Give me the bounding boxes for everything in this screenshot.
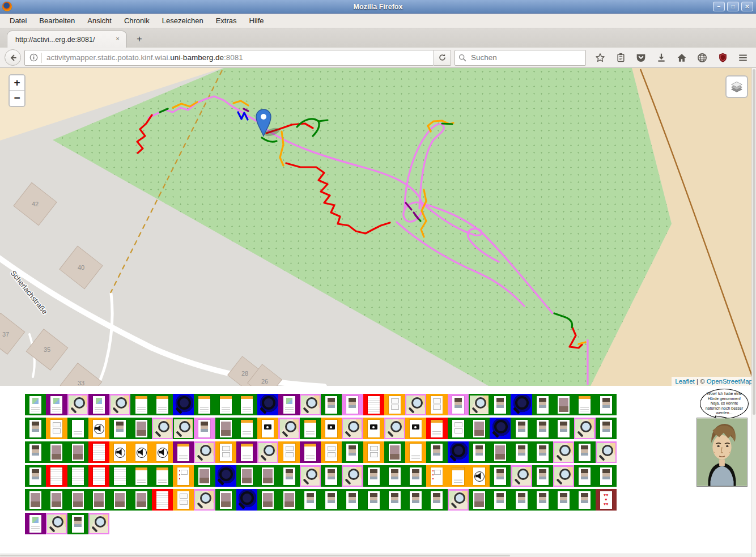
activity-tile-portrait-photo[interactable] xyxy=(363,465,384,487)
activity-tile-page-orange-header[interactable] xyxy=(194,394,215,415)
activity-tile-speaker[interactable] xyxy=(469,465,490,487)
activity-tile-dark-magnifier[interactable] xyxy=(511,394,532,415)
activity-tile-dark-magnifier[interactable] xyxy=(173,394,194,415)
activity-tile-map-magnifier[interactable] xyxy=(67,394,88,415)
activity-tile-speaker[interactable] xyxy=(152,441,173,463)
activity-tile-page-text[interactable] xyxy=(109,465,130,487)
activity-tile-room-photo[interactable] xyxy=(469,418,490,439)
activity-tile-page-orange-header[interactable] xyxy=(152,465,173,487)
activity-tile-speaker[interactable] xyxy=(88,418,109,439)
activity-tile-room-photo[interactable] xyxy=(215,418,236,439)
menu-lesezeichen[interactable]: Lesezeichen xyxy=(156,14,210,27)
activity-tile-map-magnifier[interactable] xyxy=(384,418,405,439)
activity-tile-room-photo[interactable] xyxy=(257,465,278,487)
download-icon[interactable] xyxy=(655,52,668,64)
activity-tile-portrait-photo[interactable] xyxy=(25,418,46,439)
activity-tile-map-magnifier[interactable] xyxy=(342,465,363,487)
activity-tile-portrait-photo[interactable] xyxy=(596,394,617,415)
activity-tile-room-photo[interactable] xyxy=(67,441,88,463)
activity-tile-portrait-photo[interactable] xyxy=(490,465,511,487)
activity-tile-portrait-photo[interactable] xyxy=(342,394,363,415)
activity-tile-dark-magnifier[interactable] xyxy=(215,465,236,487)
activity-tile-map-magnifier[interactable] xyxy=(152,418,173,439)
activity-tile-portrait-photo[interactable] xyxy=(511,418,532,439)
activity-tile-portrait-photo[interactable] xyxy=(532,418,553,439)
activity-tile-page-orange-header[interactable] xyxy=(448,465,469,487)
activity-tile-camera[interactable] xyxy=(363,418,384,439)
home-icon[interactable] xyxy=(676,52,688,64)
activity-tile-page-orange-header[interactable] xyxy=(130,465,151,487)
activity-tile-page-text[interactable] xyxy=(88,465,109,487)
activity-tile-page-form[interactable] xyxy=(215,441,236,463)
reload-button[interactable] xyxy=(434,50,451,66)
activity-tile-map-magnifier[interactable] xyxy=(405,394,426,415)
activity-tile-page-map[interactable] xyxy=(25,513,46,534)
activity-tile-portrait-photo[interactable] xyxy=(321,489,342,511)
activity-tile-room-photo[interactable] xyxy=(67,489,88,511)
activity-tile-portrait-photo[interactable] xyxy=(321,465,342,487)
activity-tile-page-blank[interactable] xyxy=(67,418,88,439)
activity-tile-page-form[interactable] xyxy=(384,394,405,415)
activity-tile-page-orange-header[interactable] xyxy=(173,441,194,463)
menu-datei[interactable]: Datei xyxy=(3,14,33,27)
activity-tile-portrait-photo[interactable] xyxy=(532,441,553,463)
search-bar[interactable] xyxy=(455,50,586,66)
activity-tile-page-checklist[interactable] xyxy=(426,465,447,487)
activity-tile-room-photo[interactable] xyxy=(46,441,67,463)
menu-bearbeiten[interactable]: Bearbeiten xyxy=(33,14,81,27)
zoom-out-button[interactable]: − xyxy=(10,91,24,106)
activity-tile-room-photo[interactable] xyxy=(130,489,151,511)
activity-tile-speaker[interactable] xyxy=(109,441,130,463)
active-tab[interactable]: http://activi...erg.de:8081/ × xyxy=(7,31,127,48)
activity-tile-page-text[interactable] xyxy=(67,465,88,487)
activity-tile-room-photo[interactable] xyxy=(236,465,257,487)
info-icon[interactable] xyxy=(29,53,38,62)
activity-tile-portrait-photo[interactable] xyxy=(553,418,574,439)
activity-tile-map-magnifier[interactable] xyxy=(173,418,194,439)
activity-tile-page-form[interactable] xyxy=(46,418,67,439)
activity-tile-portrait-photo[interactable] xyxy=(342,489,363,511)
activity-tile-page-map[interactable] xyxy=(278,394,299,415)
activity-tile-page-orange-header[interactable] xyxy=(215,394,236,415)
activity-tile-page-text[interactable] xyxy=(363,394,384,415)
activity-tile-page-form[interactable] xyxy=(278,441,299,463)
activity-tile-portrait-photo[interactable] xyxy=(405,465,426,487)
activity-tile-room-photo[interactable] xyxy=(25,489,46,511)
layers-control[interactable] xyxy=(725,75,748,98)
activity-tile-portrait-photo[interactable] xyxy=(596,418,617,439)
activity-tile-page-map[interactable] xyxy=(25,394,46,415)
activity-tile-room-photo[interactable] xyxy=(257,489,278,511)
activity-tile-portrait-photo[interactable] xyxy=(384,465,405,487)
activity-tile-page-form[interactable] xyxy=(173,489,194,511)
activity-tile-page-blank[interactable] xyxy=(405,441,426,463)
activity-tile-portrait-photo[interactable] xyxy=(448,394,469,415)
activity-tile-portrait-photo[interactable] xyxy=(278,465,299,487)
bookmark-star-icon[interactable] xyxy=(594,52,606,64)
activity-tile-page-orange-header[interactable] xyxy=(236,394,257,415)
activity-tile-dark-magnifier[interactable] xyxy=(236,489,257,511)
horizontal-scrollbar-thumb[interactable] xyxy=(0,555,510,556)
activity-tile-room-photo[interactable] xyxy=(130,418,151,439)
pocket-icon[interactable] xyxy=(635,52,647,64)
activity-tile-portrait-photo[interactable] xyxy=(490,394,511,415)
activity-tile-dark-magnifier[interactable] xyxy=(490,418,511,439)
location-marker-icon[interactable] xyxy=(256,109,281,138)
url-bar[interactable]: activitymapper.static.potato.kinf.wiai.u… xyxy=(24,50,434,66)
activity-tile-room-photo[interactable] xyxy=(215,489,236,511)
activity-tile-page-form[interactable] xyxy=(448,418,469,439)
menu-extras[interactable]: Extras xyxy=(210,14,243,27)
globe-addon-icon[interactable] xyxy=(696,52,708,64)
menu-hilfe[interactable]: Hilfe xyxy=(243,14,270,27)
hamburger-menu-icon[interactable] xyxy=(737,52,749,64)
activity-tile-map-magnifier[interactable] xyxy=(300,465,321,487)
activity-tile-map-magnifier[interactable] xyxy=(553,465,574,487)
activity-tile-room-photo[interactable] xyxy=(88,489,109,511)
activity-tile-camera[interactable] xyxy=(257,418,278,439)
leaflet-link[interactable]: Leaflet xyxy=(675,378,695,385)
activity-tile-portrait-photo[interactable] xyxy=(109,418,130,439)
activity-tile-portrait-photo[interactable] xyxy=(574,465,595,487)
vertical-scrollbar-thumb[interactable] xyxy=(753,69,755,415)
activity-tile-page-text[interactable] xyxy=(152,489,173,511)
activity-tile-map-magnifier[interactable] xyxy=(46,513,67,534)
activity-tile-portrait-photo[interactable] xyxy=(490,489,511,511)
